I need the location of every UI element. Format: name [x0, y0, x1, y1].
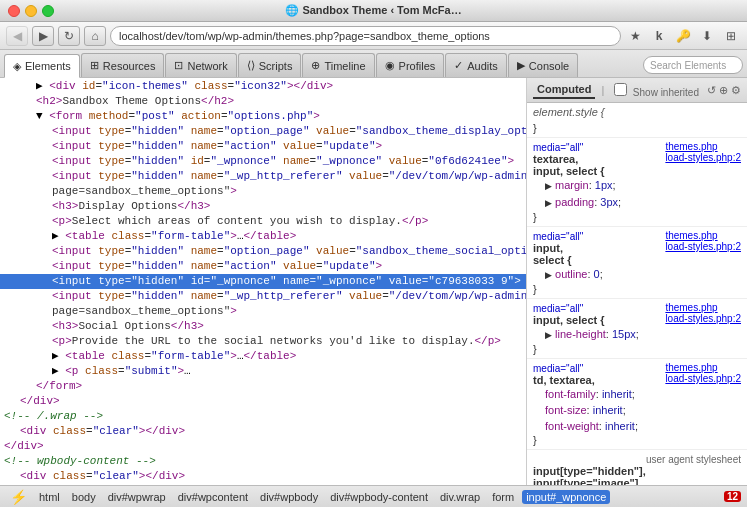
html-tree-line-13[interactable]: <p>Select which areas of content you wis… [0, 214, 526, 229]
forward-button[interactable]: ▶ [32, 26, 54, 46]
prop-fontweight: font-weight: inherit; [533, 418, 741, 434]
show-inherited-checkbox[interactable] [614, 83, 627, 96]
tab-audits[interactable]: ✓ Audits [445, 53, 507, 77]
breadcrumb-wpwrap[interactable]: div#wpwrap [104, 490, 170, 504]
breadcrumb-body[interactable]: body [68, 490, 100, 504]
html-tree-line-14[interactable]: ▶ <table class="form-table">…</table> [0, 229, 526, 244]
breadcrumb-wpbody[interactable]: div#wpbody [256, 490, 322, 504]
bookmark-button[interactable]: ★ [625, 26, 645, 46]
html-tree-line-12[interactable]: <h3>Display Options</h3> [0, 199, 526, 214]
html-tree-line-10[interactable]: <input type="hidden" name="_wp_http_refe… [0, 169, 526, 184]
tab-console[interactable]: ▶ Console [508, 53, 578, 77]
key-button[interactable]: 🔑 [673, 26, 693, 46]
styles-panel: Computed | Show inherited ↺ ⊕ ⚙ element.… [527, 78, 747, 485]
error-badge: 12 [724, 491, 741, 502]
home-button[interactable]: ⌂ [84, 26, 106, 46]
source-link-2[interactable]: themes.phpload-styles.php:2 [665, 230, 741, 252]
devtools-left-icon[interactable]: ⚡ [6, 488, 31, 506]
source-link-1[interactable]: themes.phpload-styles.php:2 [665, 141, 741, 163]
breadcrumb-wrap[interactable]: div.wrap [436, 490, 484, 504]
tab-network[interactable]: ⊡ Network [165, 53, 236, 77]
network-icon: ⊡ [174, 59, 183, 72]
window-title: 🌐 Sandbox Theme ‹ Tom McFa… [285, 4, 461, 17]
scripts-icon: ⟨⟩ [247, 59, 255, 72]
media-rule-3: media="all" [533, 303, 583, 314]
tab-scripts[interactable]: ⟨⟩ Scripts [238, 53, 302, 77]
html-tree-line-24[interactable]: </form> [0, 379, 526, 394]
prop-margin: ▶ margin: 1px; [533, 177, 741, 194]
back-button[interactable]: ◀ [6, 26, 28, 46]
tab-profiles[interactable]: ◉ Profiles [376, 53, 445, 77]
element-style-label: element.style { [533, 106, 605, 118]
audits-icon: ✓ [454, 59, 463, 72]
minimize-button[interactable] [25, 5, 37, 17]
html-tree-line-21[interactable]: <p>Provide the URL to the social network… [0, 334, 526, 349]
element-style-block: element.style { } [527, 103, 747, 138]
prop-outline: ▶ outline: 0; [533, 266, 741, 283]
address-bar[interactable]: localhost/dev/tom/wp/wp-admin/themes.php… [110, 26, 621, 46]
layers-button[interactable]: ⊞ [721, 26, 741, 46]
prop-lineheight: ▶ line-height: 15px; [533, 326, 741, 343]
refresh-style-icon[interactable]: ↺ [707, 84, 716, 97]
close-button[interactable] [8, 5, 20, 17]
html-tree-line-31[interactable]: </div> [0, 484, 526, 485]
html-tree-line-25[interactable]: </div> [0, 394, 526, 409]
selector-ua: input[type="hidden"],input[type="image"]… [533, 465, 646, 485]
maximize-button[interactable] [42, 5, 54, 17]
html-tree-line-28[interactable]: </div> [0, 439, 526, 454]
html-tree-line-11[interactable]: page=sandbox_theme_options"> [0, 184, 526, 199]
html-tree-line-22[interactable]: ▶ <table class="form-table">…</table> [0, 349, 526, 364]
source-link-3[interactable]: themes.phpload-styles.php:2 [665, 302, 741, 324]
tab-timeline[interactable]: ⊕ Timeline [302, 53, 374, 77]
breadcrumb-wpbody-content[interactable]: div#wpbody-content [326, 490, 432, 504]
html-tree-line-9[interactable]: <input type="hidden" id="_wpnonce" name=… [0, 154, 526, 169]
favicon-icon: 🌐 [285, 4, 299, 16]
html-tree-line-30[interactable]: <div class="clear"></div> [0, 469, 526, 484]
html-panel[interactable]: ▶ <div id="wpbody-content">…▶ <div id="s… [0, 78, 527, 485]
timeline-icon: ⊕ [311, 59, 320, 72]
breadcrumb-html[interactable]: html [35, 490, 64, 504]
media-rule-2: media="all" [533, 231, 583, 242]
window-controls[interactable] [8, 5, 54, 17]
html-tree-line-16[interactable]: <input type="hidden" name="action" value… [0, 259, 526, 274]
tab-resources[interactable]: ⊞ Resources [81, 53, 165, 77]
selector-2: input,select { [533, 242, 572, 266]
download-button[interactable]: ⬇ [697, 26, 717, 46]
css-rule-4: media="all" themes.phpload-styles.php:2 … [527, 359, 747, 450]
add-style-icon[interactable]: ⊕ [719, 84, 728, 97]
main-content: ▶ <div id="wpbody-content">…▶ <div id="s… [0, 78, 747, 485]
html-tree-line-7[interactable]: <input type="hidden" name="option_page" … [0, 124, 526, 139]
html-tree-line-20[interactable]: <h3>Social Options</h3> [0, 319, 526, 334]
title-bar: 🌐 Sandbox Theme ‹ Tom McFa… [0, 0, 747, 22]
html-tree-line-18[interactable]: <input type="hidden" name="_wp_http_refe… [0, 289, 526, 304]
tab-elements[interactable]: ◈ Elements [4, 54, 80, 78]
html-tree-line-27[interactable]: <div class="clear"></div> [0, 424, 526, 439]
profiles-icon: ◉ [385, 59, 395, 72]
breadcrumb-input-wpnonce[interactable]: input#_wpnonce [522, 490, 610, 504]
html-tree-line-5[interactable]: <h2>Sandbox Theme Options</h2> [0, 94, 526, 109]
settings-style-icon[interactable]: ⚙ [731, 84, 741, 97]
computed-tab[interactable]: Computed [533, 81, 595, 99]
refresh-button[interactable]: ↻ [58, 26, 80, 46]
selector-4: td, textarea, [533, 374, 595, 386]
html-tree-line-23[interactable]: ▶ <p class="submit">… [0, 364, 526, 379]
breadcrumb-bar: ⚡ html body div#wpwrap div#wpcontent div… [0, 485, 747, 507]
source-link-4[interactable]: themes.phpload-styles.php:2 [665, 362, 741, 384]
html-tree-line-29[interactable]: <!-- wpbody-content --> [0, 454, 526, 469]
k-button[interactable]: k [649, 26, 669, 46]
search-elements-box[interactable]: Search Elements [643, 56, 743, 74]
resources-icon: ⊞ [90, 59, 99, 72]
html-tree-line-8[interactable]: <input type="hidden" name="action" value… [0, 139, 526, 154]
elements-icon: ◈ [13, 60, 21, 73]
html-tree-line-4[interactable]: ▶ <div id="icon-themes" class="icon32"><… [0, 79, 526, 94]
styles-header: Computed | Show inherited ↺ ⊕ ⚙ [527, 78, 747, 103]
html-tree-line-17[interactable]: <input type="hidden" id="_wpnonce" name=… [0, 274, 526, 289]
breadcrumb-form[interactable]: form [488, 490, 518, 504]
html-tree-line-6[interactable]: ▼ <form method="post" action="options.ph… [0, 109, 526, 124]
html-tree-line-26[interactable]: <!-- /.wrap --> [0, 409, 526, 424]
html-tree-line-15[interactable]: <input type="hidden" name="option_page" … [0, 244, 526, 259]
breadcrumb-wpcontent[interactable]: div#wpcontent [174, 490, 252, 504]
breadcrumb-right: 12 [724, 491, 741, 502]
show-inherited-label[interactable]: Show inherited [614, 83, 699, 98]
html-tree-line-19[interactable]: page=sandbox_theme_options"> [0, 304, 526, 319]
